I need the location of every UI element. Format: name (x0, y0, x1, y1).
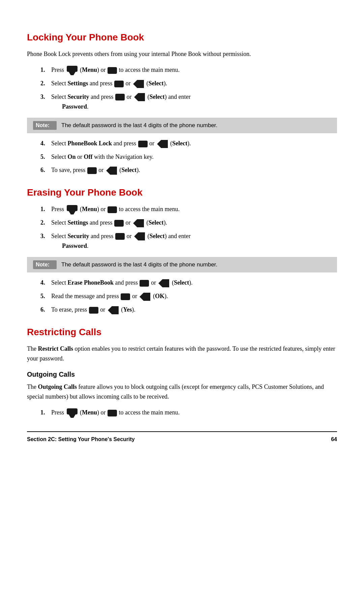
restricting-intro: The Restrict Calls option enables you to… (27, 344, 337, 364)
soft-icon (114, 81, 124, 87)
note-text: The default password is the last 4 digit… (61, 121, 217, 130)
list-item: 2. Select Settings and press or (Select)… (40, 79, 337, 89)
list-item: 4. Select Erase PhoneBook and press or (… (40, 278, 337, 288)
svg-rect-4 (114, 81, 124, 87)
erasing-steps-1: 1. Press (Menu) or to access the main me… (40, 204, 337, 251)
note-box-erasing: Note: The default password is the last 4… (27, 257, 337, 272)
step-num: 1. (40, 204, 51, 214)
step-num: 4. (40, 139, 51, 148)
locking-steps-2: 4. Select PhoneBook Lock and press or (S… (40, 139, 337, 175)
step-num: 4. (40, 278, 51, 288)
list-item: 2. Select Settings and press or (Select)… (40, 218, 337, 228)
restricting-steps: 1. Press (Menu) or to access the main me… (40, 408, 337, 418)
step-content: Press (Menu) or to access the main menu. (51, 204, 337, 214)
svg-rect-9 (114, 220, 124, 227)
soft-icon (138, 141, 148, 147)
locking-steps-1: 1. Press (Menu) or to access the main me… (40, 65, 337, 112)
select-icon (107, 306, 119, 315)
svg-rect-7 (87, 167, 97, 174)
soft-icon (115, 94, 125, 100)
step-content: Select On or Off with the Navigation key… (51, 152, 337, 162)
step-content: Select Erase PhoneBook and press or (Sel… (51, 278, 337, 288)
step-num: 5. (40, 291, 51, 301)
section-title-erasing: Erasing Your Phone Book (27, 185, 337, 200)
step-content: Press (Menu) or to access the main menu. (51, 408, 337, 418)
select-icon (133, 92, 146, 102)
step-content: Select Settings and press or (Select). (51, 79, 337, 89)
svg-rect-10 (115, 233, 125, 240)
section-title-locking: Locking Your Phone Book (27, 30, 337, 45)
step-num: 1. (40, 408, 51, 417)
step-content: Press (Menu) or to access the main menu. (51, 65, 337, 75)
step-content: Read the message and press or (OK). (51, 291, 337, 301)
step-num: 3. (40, 231, 51, 241)
menu-icon (66, 408, 78, 418)
svg-rect-14 (108, 410, 117, 416)
svg-rect-5 (115, 94, 125, 100)
list-item: 4. Select PhoneBook Lock and press or (S… (40, 139, 337, 149)
soft-icon (108, 410, 117, 416)
step-num: 2. (40, 79, 51, 88)
list-item: 6. To erase, press or (Yes). (40, 305, 337, 315)
select-icon (132, 219, 145, 228)
svg-rect-12 (121, 293, 130, 300)
svg-rect-3 (108, 67, 117, 74)
note-label: Note: (33, 121, 57, 130)
outgoing-intro: The Outgoing Calls feature allows you to… (27, 382, 337, 402)
step-num: 6. (40, 305, 51, 315)
section-title-restricting: Restricting Calls (27, 325, 337, 339)
list-item: 1. Press (Menu) or to access the main me… (40, 204, 337, 214)
step-num: 5. (40, 152, 51, 162)
select-icon (158, 279, 170, 288)
note-label: Note: (33, 260, 57, 269)
step-content: Select Security and press or (Select) an… (51, 231, 337, 251)
step-num: 2. (40, 218, 51, 228)
list-item: 1. Press (Menu) or to access the main me… (40, 408, 337, 418)
footer-right: 64 (331, 435, 337, 443)
footer-left: Section 2C: Setting Your Phone's Securit… (27, 435, 135, 443)
select-icon (156, 139, 169, 149)
note-text: The default password is the last 4 digit… (61, 260, 217, 269)
step-content: Select Settings and press or (Select). (51, 218, 337, 228)
locking-intro: Phone Book Lock prevents others from usi… (27, 49, 337, 59)
soft-icon (121, 293, 130, 300)
list-item: 3. Select Security and press or (Select)… (40, 231, 337, 251)
subsection-title-outgoing: Outgoing Calls (27, 369, 337, 379)
list-item: 1. Press (Menu) or to access the main me… (40, 65, 337, 75)
step-content: To save, press or (Select). (51, 165, 337, 175)
menu-icon (66, 66, 78, 75)
erasing-steps-2: 4. Select Erase PhoneBook and press or (… (40, 278, 337, 315)
list-item: 3. Select Security and press or (Select)… (40, 92, 337, 112)
step-num: 1. (40, 65, 51, 75)
svg-rect-8 (108, 206, 117, 213)
list-item: 5. Select On or Off with the Navigation … (40, 152, 337, 162)
soft-icon (108, 67, 117, 74)
svg-rect-6 (138, 141, 148, 147)
menu-icon (66, 205, 78, 214)
soft-icon (115, 233, 125, 240)
svg-rect-13 (89, 307, 98, 314)
soft-icon (108, 206, 117, 213)
select-icon (132, 79, 145, 89)
select-icon (133, 232, 146, 241)
list-item: 6. To save, press or (Select). (40, 165, 337, 175)
step-content: Select Security and press or (Select) an… (51, 92, 337, 112)
soft-icon (140, 280, 149, 287)
page-footer: Section 2C: Setting Your Phone's Securit… (27, 431, 337, 443)
soft-icon (87, 167, 97, 174)
select-icon (139, 292, 151, 301)
list-item: 5. Read the message and press or (OK). (40, 291, 337, 301)
step-content: Select PhoneBook Lock and press or (Sele… (51, 139, 337, 149)
svg-rect-11 (140, 280, 149, 287)
note-box-locking: Note: The default password is the last 4… (27, 118, 337, 133)
step-num: 3. (40, 92, 51, 102)
soft-icon (114, 220, 124, 227)
step-content: To erase, press or (Yes). (51, 305, 337, 315)
soft-icon (89, 307, 98, 314)
select-icon (105, 166, 118, 175)
step-num: 6. (40, 165, 51, 175)
